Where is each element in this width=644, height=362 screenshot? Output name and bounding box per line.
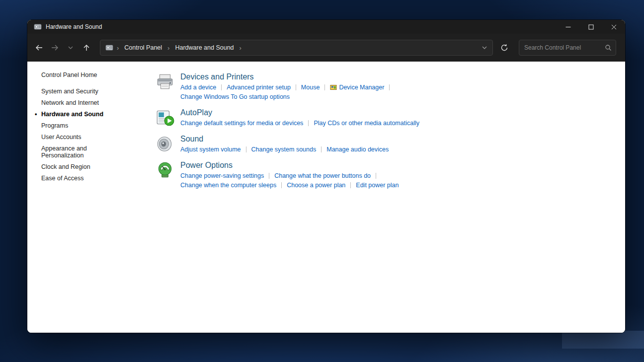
sidebar-item-appearance-and-personalization[interactable]: Appearance and Personalization [41,145,125,159]
recent-locations-chevron-icon[interactable] [63,40,78,55]
address-bar[interactable]: › Control Panel › Hardware and Sound › [100,40,493,56]
search-box [519,40,616,56]
navigation-toolbar: › Control Panel › Hardware and Sound › [27,34,625,62]
search-input[interactable] [524,44,605,51]
link-separator [376,173,376,179]
address-dropdown-chevron-icon[interactable] [480,43,489,53]
sidebar-item-clock-and-region[interactable]: Clock and Region [41,163,125,170]
window-title: Hardware and Sound [46,23,102,30]
control-panel-icon [34,23,42,31]
link-separator [308,120,309,126]
link-separator [221,84,222,90]
power-meter-icon[interactable] [156,161,174,180]
breadcrumb-chevron-icon: › [116,44,119,52]
link-separator [246,146,246,152]
search-icon[interactable] [605,44,612,51]
sidebar-item-hardware-and-sound[interactable]: Hardware and Sound [41,111,125,118]
category-power-options: Power Options Change power-saving settin… [156,160,615,190]
sidebar-item-ease-of-access[interactable]: Ease of Access [41,175,125,182]
link-change-when-the-computer-sleeps[interactable]: Change when the computer sleeps [180,181,276,190]
link-separator [269,173,269,179]
link-change-windows-to-go-startup-options[interactable]: Change Windows To Go startup options [180,92,290,101]
control-panel-window: Hardware and Sound [27,20,625,333]
category-title-sound[interactable]: Sound [180,135,389,144]
link-separator [350,182,351,188]
link-separator [389,84,390,90]
link-manage-audio-devices[interactable]: Manage audio devices [326,145,389,154]
wallpaper-highlight [562,331,644,349]
link-change-power-saving-settings[interactable]: Change power-saving settings [180,171,264,180]
minimize-button[interactable] [557,20,579,34]
breadcrumb-chevron-icon: › [167,44,170,52]
sidebar-item-programs[interactable]: Programs [41,122,125,129]
sidebar-item-system-and-security[interactable]: System and Security [41,88,125,95]
autoplay-icon[interactable] [156,108,174,127]
sidebar-item-user-accounts[interactable]: User Accounts [41,134,125,141]
maximize-button[interactable] [579,20,602,34]
forward-button[interactable] [47,40,62,55]
sidebar: Control Panel Home System and Security N… [27,62,136,333]
breadcrumb-chevron-icon: › [239,44,242,52]
link-separator [321,146,322,152]
window-titlebar[interactable]: Hardware and Sound [27,20,625,34]
link-advanced-printer-setup[interactable]: Advanced printer setup [227,83,291,92]
back-button[interactable] [31,40,46,55]
close-button[interactable] [602,20,625,34]
link-add-a-device[interactable]: Add a device [180,83,216,92]
printer-icon[interactable] [156,72,174,91]
refresh-button[interactable] [497,40,512,55]
link-choose-a-power-plan[interactable]: Choose a power plan [287,181,345,190]
window-content: Control Panel Home System and Security N… [27,62,625,333]
link-play-cds-or-other-media-automatically[interactable]: Play CDs or other media automatically [314,119,419,128]
link-change-system-sounds[interactable]: Change system sounds [251,145,317,154]
category-title-autoplay[interactable]: AutoPlay [180,108,419,117]
sidebar-item-network-and-internet[interactable]: Network and Internet [41,99,125,106]
link-change-what-the-power-buttons-do[interactable]: Change what the power buttons do [274,171,371,180]
link-separator [296,84,296,90]
link-device-manager-label: Device Manager [339,83,384,92]
category-autoplay: AutoPlay Change default settings for med… [156,107,615,128]
category-title-power-options[interactable]: Power Options [180,161,399,170]
link-adjust-system-volume[interactable]: Adjust system volume [180,145,241,154]
sidebar-control-panel-home-link[interactable]: Control Panel Home [41,72,136,78]
link-change-default-settings-for-media-or-devices[interactable]: Change default settings for media or dev… [180,119,303,128]
speaker-icon[interactable] [156,135,174,153]
link-separator [324,84,325,90]
control-panel-icon [105,44,113,52]
category-devices-and-printers: Devices and Printers Add a device Advanc… [156,72,615,102]
link-separator [281,182,282,188]
category-sound: Sound Adjust system volume Change system… [156,134,615,154]
link-device-manager[interactable]: Device Manager [330,83,384,92]
link-edit-power-plan[interactable]: Edit power plan [356,181,399,190]
breadcrumb-control-panel[interactable]: Control Panel [122,43,164,53]
category-list: Devices and Printers Add a device Advanc… [136,62,625,333]
breadcrumb-hardware-and-sound[interactable]: Hardware and Sound [173,43,236,53]
window-controls [557,20,625,34]
device-manager-icon [330,84,337,91]
link-mouse[interactable]: Mouse [301,83,320,92]
up-button[interactable] [79,40,94,55]
category-title-devices-and-printers[interactable]: Devices and Printers [180,72,395,81]
